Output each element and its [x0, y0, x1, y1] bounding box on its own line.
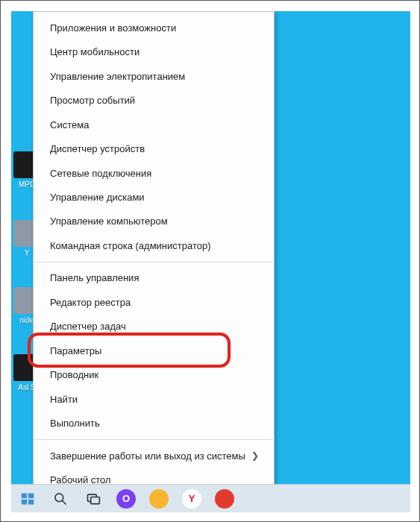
menu-item-label: Центр мобильности	[50, 46, 140, 57]
taskbar-app-yandex[interactable]: Y	[175, 485, 208, 513]
search-button[interactable]	[44, 485, 77, 513]
app-icon: O	[116, 489, 136, 509]
menu-item-shutdown-signout[interactable]: Завершение работы или выход из системы❯	[34, 444, 274, 468]
menu-item-system[interactable]: Система	[34, 113, 274, 136]
menu-item-label: Параметры	[50, 345, 101, 356]
menu-item-device-manager[interactable]: Диспетчер устройств	[34, 136, 274, 160]
menu-item-control-panel[interactable]: Панель управления	[34, 266, 274, 290]
menu-item-explorer[interactable]: Проводник	[34, 363, 274, 387]
menu-item-mobility-center[interactable]: Центр мобильности	[34, 40, 274, 63]
taskbar-app-files[interactable]	[142, 485, 175, 513]
menu-item-run[interactable]: Выполнить	[34, 411, 274, 435]
menu-item-power-options[interactable]: Управление электропитанием	[34, 64, 274, 88]
taskbar-app-opera[interactable]: O	[110, 485, 142, 513]
menu-item-label: Диспетчер задач	[50, 321, 126, 332]
menu-item-settings[interactable]: Параметры	[34, 339, 274, 362]
menu-item-find[interactable]: Найти	[34, 387, 274, 411]
taskbar-app-red[interactable]	[208, 485, 241, 513]
menu-item-label: Управление компьютером	[50, 216, 168, 227]
menu-item-label: Система	[50, 119, 89, 130]
winx-context-menu: Приложения и возможностиЦентр мобильност…	[33, 11, 275, 495]
svg-rect-1	[28, 493, 34, 498]
menu-item-event-viewer[interactable]: Просмотр событий	[34, 88, 274, 112]
menu-item-task-manager[interactable]: Диспетчер задач	[34, 315, 274, 339]
menu-item-label: Панель управления	[50, 272, 139, 283]
windows-logo-icon	[20, 491, 35, 506]
menu-item-label: Диспетчер устройств	[50, 143, 145, 154]
app-icon	[149, 489, 169, 509]
desktop-icon-label: nide	[20, 316, 34, 324]
menu-item-label: Найти	[50, 394, 78, 405]
menu-item-label: Редактор реестра	[50, 297, 131, 308]
menu-item-disk-mgmt[interactable]: Управление дисками	[34, 185, 274, 209]
menu-separator	[34, 262, 273, 262]
menu-item-label: Выполнить	[50, 418, 100, 429]
menu-item-label: Приложения и возможности	[50, 22, 176, 34]
menu-item-computer-mgmt[interactable]: Управление компьютером	[34, 210, 274, 233]
svg-rect-7	[91, 497, 100, 503]
menu-item-label: Завершение работы или выход из системы	[50, 450, 245, 462]
search-icon	[53, 491, 68, 506]
svg-rect-0	[22, 493, 28, 498]
svg-rect-3	[28, 499, 34, 504]
menu-item-label: Управление электропитанием	[50, 71, 185, 82]
svg-point-4	[55, 493, 63, 501]
menu-item-label: Проводник	[50, 369, 98, 380]
app-icon: Y	[182, 489, 201, 509]
svg-rect-2	[22, 499, 28, 504]
menu-item-regedit[interactable]: Редактор реестра	[34, 290, 274, 314]
taskbar: OY	[11, 484, 410, 512]
desktop[interactable]: MPC Y nide Asl S Приложения и возможност…	[11, 11, 410, 512]
start-button[interactable]	[11, 485, 44, 513]
menu-item-apps-features[interactable]: Приложения и возможности	[34, 16, 274, 40]
chevron-right-icon: ❯	[251, 450, 259, 461]
menu-item-label: Командная строка (администратор)	[50, 240, 211, 251]
menu-item-label: Сетевые подключения	[50, 168, 151, 179]
svg-line-5	[63, 500, 66, 504]
image-frame: MPC Y nide Asl S Приложения и возможност…	[0, 0, 420, 522]
desktop-icon-label: Y	[25, 249, 30, 257]
menu-item-label: Просмотр событий	[50, 95, 135, 106]
task-view-button[interactable]	[77, 485, 110, 513]
menu-item-cmd-admin[interactable]: Командная строка (администратор)	[34, 233, 274, 257]
menu-item-network-conn[interactable]: Сетевые подключения	[34, 161, 274, 185]
menu-item-label: Управление дисками	[50, 192, 145, 203]
app-icon	[215, 489, 234, 509]
task-view-icon	[86, 491, 101, 506]
menu-separator	[34, 439, 273, 440]
